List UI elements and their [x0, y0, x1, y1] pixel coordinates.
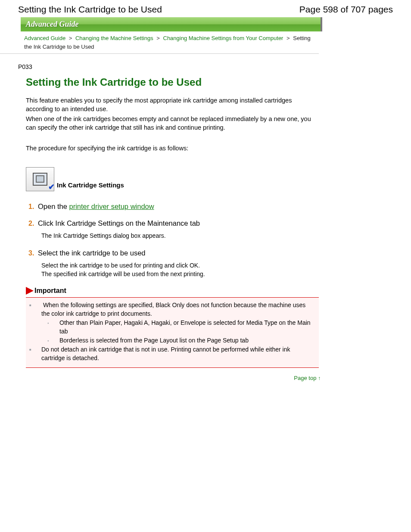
page-top-label: Page top [294, 375, 316, 381]
ink-cartridge-settings-icon: ✔ [26, 167, 54, 191]
important-flag-icon [26, 287, 34, 295]
step-3: 3. Select the ink cartridge to be used S… [28, 249, 319, 278]
intro-paragraph: The procedure for specifying the ink car… [26, 144, 319, 152]
step-title: Click Ink Cartridge Settings on the Main… [38, 219, 200, 227]
breadcrumb-link-from-computer[interactable]: Changing Machine Settings from Your Comp… [163, 35, 283, 41]
important-sub-bullet: Borderless is selected from the Page Lay… [53, 336, 314, 345]
important-box: When the following settings are specifie… [26, 297, 319, 368]
step-number: 1. [28, 203, 38, 211]
important-bullet: Do not detach an ink cartridge that is n… [35, 345, 314, 362]
important-label: Important [34, 287, 66, 295]
guide-banner-label: Advanced Guide [26, 20, 78, 29]
important-bullet: When the following settings are specifie… [35, 301, 314, 345]
intro-paragraph: When one of the ink cartridges becomes e… [26, 115, 319, 132]
page-number: Page 598 of 707 pages [299, 4, 393, 15]
important-sub-bullet: Other than Plain Paper, Hagaki A, Hagaki… [53, 319, 314, 336]
step-title-text: Open the [38, 202, 69, 210]
step-title: Open the printer driver setup window [38, 202, 154, 211]
step-body: Select the ink cartridge to be used for … [41, 261, 319, 278]
page-title: Setting the Ink Cartridge to be Used [26, 76, 319, 88]
breadcrumb-separator: > [156, 35, 160, 41]
intro-paragraph: This feature enables you to specify the … [26, 96, 319, 114]
page-top-link[interactable]: Page top ↑ [294, 375, 321, 381]
breadcrumb: Advanced Guide > Changing the Machine Se… [0, 31, 319, 54]
step-2: 2. Click Ink Cartridge Settings on the M… [28, 219, 319, 240]
breadcrumb-separator: > [69, 35, 72, 41]
breadcrumb-separator: > [286, 35, 290, 41]
up-arrow-icon: ↑ [318, 375, 321, 381]
printer-driver-setup-link[interactable]: printer driver setup window [69, 202, 154, 210]
step-number: 3. [28, 249, 38, 257]
breadcrumb-link-advanced-guide[interactable]: Advanced Guide [24, 35, 65, 41]
step-title: Select the ink cartridge to be used [38, 249, 145, 257]
step-body: The Ink Cartridge Settings dialog box ap… [41, 232, 319, 240]
icon-label: Ink Cartridge Settings [57, 181, 124, 189]
guide-banner: Advanced Guide [21, 17, 322, 31]
step-number: 2. [28, 220, 38, 227]
breadcrumb-link-machine-settings[interactable]: Changing the Machine Settings [75, 35, 153, 41]
page-code: P033 [0, 54, 411, 74]
document-title: Setting the Ink Cartridge to be Used [18, 4, 162, 15]
step-1: 1. Open the printer driver setup window [28, 202, 319, 211]
